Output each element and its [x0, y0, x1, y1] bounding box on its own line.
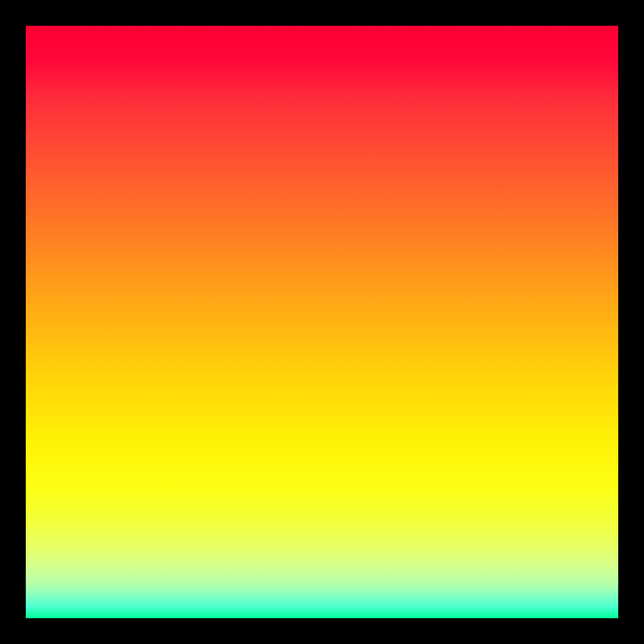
chart-frame [0, 0, 644, 644]
min-marker [26, 26, 618, 618]
